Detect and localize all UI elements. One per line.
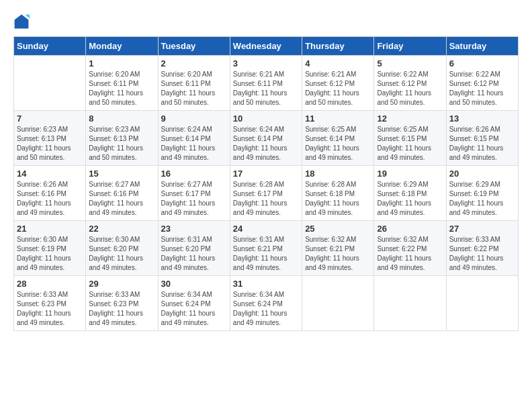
weekday-header-monday: Monday <box>86 37 158 56</box>
calendar-cell: 5Sunrise: 6:22 AMSunset: 6:12 PMDaylight… <box>374 56 446 111</box>
weekday-header-sunday: Sunday <box>14 37 86 56</box>
day-number: 29 <box>89 279 154 289</box>
calendar-cell <box>302 276 374 331</box>
day-info: Sunrise: 6:29 AMSunset: 6:18 PMDaylight:… <box>377 180 443 218</box>
day-info: Sunrise: 6:25 AMSunset: 6:14 PMDaylight:… <box>305 125 371 163</box>
calendar-cell: 31Sunrise: 6:34 AMSunset: 6:24 PMDayligh… <box>230 276 302 331</box>
day-number: 18 <box>305 169 371 179</box>
calendar-cell: 19Sunrise: 6:29 AMSunset: 6:18 PMDayligh… <box>374 166 446 221</box>
calendar-cell: 17Sunrise: 6:28 AMSunset: 6:17 PMDayligh… <box>230 166 302 221</box>
day-info: Sunrise: 6:23 AMSunset: 6:13 PMDaylight:… <box>89 125 154 163</box>
day-info: Sunrise: 6:33 AMSunset: 6:23 PMDaylight:… <box>17 290 83 328</box>
day-info: Sunrise: 6:22 AMSunset: 6:12 PMDaylight:… <box>449 70 515 107</box>
calendar-cell: 18Sunrise: 6:28 AMSunset: 6:18 PMDayligh… <box>302 166 374 221</box>
calendar-cell: 21Sunrise: 6:30 AMSunset: 6:19 PMDayligh… <box>14 221 86 276</box>
weekday-header-thursday: Thursday <box>302 37 374 56</box>
day-number: 25 <box>305 224 371 234</box>
calendar-cell: 15Sunrise: 6:27 AMSunset: 6:16 PMDayligh… <box>86 166 158 221</box>
calendar-table: SundayMondayTuesdayWednesdayThursdayFrid… <box>13 36 519 331</box>
calendar-cell: 26Sunrise: 6:32 AMSunset: 6:22 PMDayligh… <box>374 221 446 276</box>
day-number: 10 <box>233 113 299 124</box>
day-number: 31 <box>233 279 299 289</box>
day-info: Sunrise: 6:32 AMSunset: 6:21 PMDaylight:… <box>305 235 371 273</box>
calendar-cell: 8Sunrise: 6:23 AMSunset: 6:13 PMDaylight… <box>86 111 158 166</box>
calendar-cell: 23Sunrise: 6:31 AMSunset: 6:20 PMDayligh… <box>158 221 230 276</box>
calendar-cell <box>374 276 446 331</box>
weekday-header-wednesday: Wednesday <box>230 37 302 56</box>
day-info: Sunrise: 6:30 AMSunset: 6:19 PMDaylight:… <box>17 235 83 273</box>
day-info: Sunrise: 6:31 AMSunset: 6:20 PMDaylight:… <box>161 235 227 273</box>
day-number: 23 <box>161 224 227 234</box>
calendar-week-row: 28Sunrise: 6:33 AMSunset: 6:23 PMDayligh… <box>14 276 519 331</box>
day-number: 17 <box>233 169 299 179</box>
day-info: Sunrise: 6:29 AMSunset: 6:19 PMDaylight:… <box>449 180 515 218</box>
day-info: Sunrise: 6:22 AMSunset: 6:12 PMDaylight:… <box>377 70 443 107</box>
day-info: Sunrise: 6:27 AMSunset: 6:16 PMDaylight:… <box>89 180 154 218</box>
calendar-week-row: 7Sunrise: 6:23 AMSunset: 6:13 PMDaylight… <box>14 111 519 166</box>
day-number: 3 <box>233 58 299 68</box>
day-info: Sunrise: 6:26 AMSunset: 6:16 PMDaylight:… <box>17 180 83 218</box>
calendar-cell: 25Sunrise: 6:32 AMSunset: 6:21 PMDayligh… <box>302 221 374 276</box>
calendar-cell: 27Sunrise: 6:33 AMSunset: 6:22 PMDayligh… <box>446 221 518 276</box>
day-info: Sunrise: 6:24 AMSunset: 6:14 PMDaylight:… <box>161 125 227 163</box>
generalblue-icon <box>13 13 30 30</box>
calendar-cell: 1Sunrise: 6:20 AMSunset: 6:11 PMDaylight… <box>86 56 158 111</box>
calendar-cell: 30Sunrise: 6:34 AMSunset: 6:24 PMDayligh… <box>158 276 230 331</box>
header <box>13 13 519 30</box>
day-info: Sunrise: 6:28 AMSunset: 6:17 PMDaylight:… <box>233 180 299 218</box>
calendar-cell: 9Sunrise: 6:24 AMSunset: 6:14 PMDaylight… <box>158 111 230 166</box>
day-info: Sunrise: 6:21 AMSunset: 6:12 PMDaylight:… <box>305 70 371 107</box>
day-number: 14 <box>17 169 83 179</box>
day-number: 6 <box>449 58 515 68</box>
calendar-cell: 6Sunrise: 6:22 AMSunset: 6:12 PMDaylight… <box>446 56 518 111</box>
day-number: 13 <box>449 113 515 124</box>
day-number: 21 <box>17 224 83 234</box>
day-info: Sunrise: 6:28 AMSunset: 6:18 PMDaylight:… <box>305 180 371 218</box>
day-number: 27 <box>449 224 515 234</box>
calendar-cell: 2Sunrise: 6:20 AMSunset: 6:11 PMDaylight… <box>158 56 230 111</box>
day-info: Sunrise: 6:34 AMSunset: 6:24 PMDaylight:… <box>233 290 299 328</box>
day-number: 7 <box>17 113 83 124</box>
day-info: Sunrise: 6:20 AMSunset: 6:11 PMDaylight:… <box>89 70 154 107</box>
day-number: 4 <box>305 58 371 68</box>
calendar-week-row: 1Sunrise: 6:20 AMSunset: 6:11 PMDaylight… <box>14 56 519 111</box>
weekday-header-saturday: Saturday <box>446 37 518 56</box>
calendar-cell: 10Sunrise: 6:24 AMSunset: 6:14 PMDayligh… <box>230 111 302 166</box>
day-number: 26 <box>377 224 443 234</box>
day-info: Sunrise: 6:32 AMSunset: 6:22 PMDaylight:… <box>377 235 443 273</box>
day-info: Sunrise: 6:27 AMSunset: 6:17 PMDaylight:… <box>161 180 227 218</box>
day-info: Sunrise: 6:24 AMSunset: 6:14 PMDaylight:… <box>233 125 299 163</box>
day-number: 24 <box>233 224 299 234</box>
day-info: Sunrise: 6:30 AMSunset: 6:20 PMDaylight:… <box>89 235 154 273</box>
calendar-cell: 4Sunrise: 6:21 AMSunset: 6:12 PMDaylight… <box>302 56 374 111</box>
day-number: 15 <box>89 169 154 179</box>
calendar-cell: 20Sunrise: 6:29 AMSunset: 6:19 PMDayligh… <box>446 166 518 221</box>
calendar-cell: 24Sunrise: 6:31 AMSunset: 6:21 PMDayligh… <box>230 221 302 276</box>
calendar-cell <box>446 276 518 331</box>
day-number: 2 <box>161 58 227 68</box>
calendar-cell: 12Sunrise: 6:25 AMSunset: 6:15 PMDayligh… <box>374 111 446 166</box>
calendar-cell: 22Sunrise: 6:30 AMSunset: 6:20 PMDayligh… <box>86 221 158 276</box>
calendar-week-row: 14Sunrise: 6:26 AMSunset: 6:16 PMDayligh… <box>14 166 519 221</box>
day-info: Sunrise: 6:23 AMSunset: 6:13 PMDaylight:… <box>17 125 83 163</box>
day-info: Sunrise: 6:33 AMSunset: 6:22 PMDaylight:… <box>449 235 515 273</box>
day-info: Sunrise: 6:20 AMSunset: 6:11 PMDaylight:… <box>161 70 227 107</box>
day-number: 5 <box>377 58 443 68</box>
day-info: Sunrise: 6:25 AMSunset: 6:15 PMDaylight:… <box>377 125 443 163</box>
weekday-header-tuesday: Tuesday <box>158 37 230 56</box>
calendar-cell: 28Sunrise: 6:33 AMSunset: 6:23 PMDayligh… <box>14 276 86 331</box>
calendar-cell <box>14 56 86 111</box>
day-info: Sunrise: 6:33 AMSunset: 6:23 PMDaylight:… <box>89 290 154 328</box>
day-number: 30 <box>161 279 227 289</box>
day-number: 19 <box>377 169 443 179</box>
day-number: 22 <box>89 224 154 234</box>
day-number: 11 <box>305 113 371 124</box>
logo <box>13 13 32 30</box>
calendar-cell: 29Sunrise: 6:33 AMSunset: 6:23 PMDayligh… <box>86 276 158 331</box>
calendar-cell: 3Sunrise: 6:21 AMSunset: 6:11 PMDaylight… <box>230 56 302 111</box>
calendar-week-row: 21Sunrise: 6:30 AMSunset: 6:19 PMDayligh… <box>14 221 519 276</box>
day-number: 12 <box>377 113 443 124</box>
day-info: Sunrise: 6:31 AMSunset: 6:21 PMDaylight:… <box>233 235 299 273</box>
calendar-cell: 11Sunrise: 6:25 AMSunset: 6:14 PMDayligh… <box>302 111 374 166</box>
calendar-cell: 14Sunrise: 6:26 AMSunset: 6:16 PMDayligh… <box>14 166 86 221</box>
